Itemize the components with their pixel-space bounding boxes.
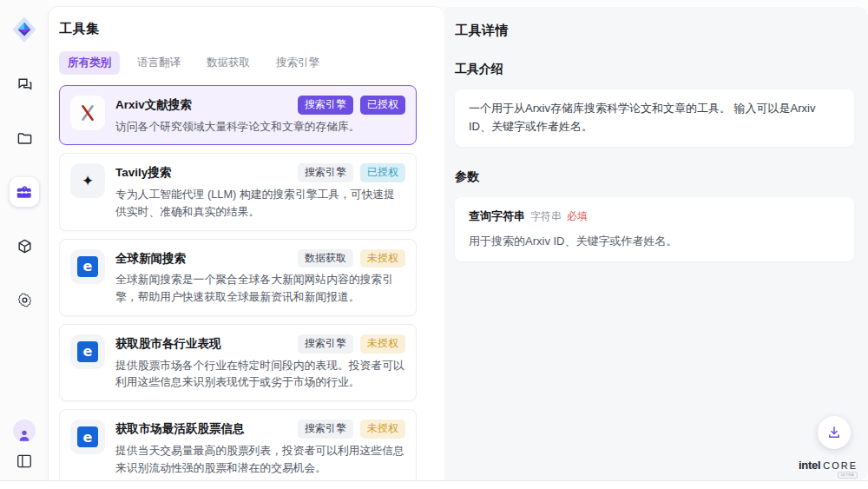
toolset-title: 工具集 — [59, 21, 444, 37]
tool-description: 全球新闻搜索是一个聚合全球各大新闻网站内容的搜索引擎，帮助用户快速获取全球最新资… — [115, 271, 405, 306]
stock-app-icon: e — [77, 341, 98, 362]
tool-list: Arxiv文献搜索 搜索引擎 已授权 访问各个研究领域大量科学论文和文章的存储库… — [59, 85, 417, 480]
tool-icon-box — [70, 96, 105, 130]
gear-icon — [16, 292, 33, 308]
auth-badge: 未授权 — [360, 249, 405, 268]
tool-details-panel: 工具详情 工具介绍 一个用于从Arxiv存储库搜索科学论文和文章的工具。 输入可… — [444, 7, 868, 480]
tab-language-translation[interactable]: 语言翻译 — [128, 51, 189, 75]
sidebar-item-models[interactable] — [10, 231, 39, 261]
toolset-panel: 工具集 所有类别 语言翻译 数据获取 搜索引擎 Arxiv文献搜索 — [49, 7, 444, 480]
download-icon — [826, 425, 842, 440]
app-logo-icon — [7, 10, 42, 49]
tool-name: 获取市场最活跃股票信息 — [115, 420, 245, 437]
tool-description: 提供股票市场各个行业在特定时间段内的表现。投资者可以利用这些信息来识别表现优于或… — [115, 357, 405, 392]
category-badge: 搜索引擎 — [298, 334, 353, 354]
param-required-badge: 必填 — [567, 210, 588, 222]
param-name: 查询字符串 — [469, 209, 525, 222]
category-tabs: 所有类别 语言翻译 数据获取 搜索引擎 — [59, 51, 444, 75]
toolbox-icon — [16, 184, 33, 201]
sparkle-icon: ✦ — [82, 174, 94, 188]
tool-description: 访问各个研究领域大量科学论文和文章的存储库。 — [115, 118, 405, 135]
auth-badge: 已授权 — [360, 96, 405, 115]
bottom-divider — [0, 480, 868, 489]
stock-app-icon: e — [77, 426, 98, 447]
sidebar-bottom — [13, 420, 36, 468]
params-heading: 参数 — [455, 169, 854, 185]
intel-core-logo: intel core ultra — [799, 459, 858, 472]
sidebar-item-chat[interactable] — [10, 69, 39, 99]
folder-icon — [16, 130, 33, 147]
intro-heading: 工具介绍 — [455, 62, 854, 77]
tool-description: 专为人工智能代理 (LLM) 构建的搜索引擎工具，可快速提供实时、准确和真实的结… — [115, 186, 405, 221]
param-type: 字符串 — [530, 210, 562, 222]
chat-icon — [16, 76, 33, 93]
category-badge: 搜索引擎 — [298, 163, 353, 182]
tab-search-engine[interactable]: 搜索引擎 — [267, 51, 328, 75]
user-avatar[interactable] — [13, 420, 36, 442]
person-icon — [17, 428, 31, 442]
sidebar — [0, 0, 49, 480]
sidebar-nav — [10, 69, 39, 314]
sidebar-item-files[interactable] — [10, 123, 39, 153]
tool-icon-box: ✦ — [70, 163, 105, 198]
news-search-app-icon: e — [77, 256, 98, 277]
param-description: 用于搜索的Arxiv ID、关键字或作者姓名。 — [469, 233, 840, 251]
details-title: 工具详情 — [455, 23, 854, 39]
tab-data-acquisition[interactable]: 数据获取 — [198, 51, 259, 75]
arxiv-x-icon — [78, 103, 97, 122]
sidebar-item-toolbox[interactable] — [10, 177, 39, 207]
auth-badge: 未授权 — [360, 420, 405, 439]
tool-name: 获取股市各行业表现 — [115, 334, 221, 352]
tool-card-sector-performance[interactable]: e 获取股市各行业表现 搜索引擎 未授权 提供股票市场各个行业在特定时间段内的表… — [59, 324, 417, 401]
intro-box: 一个用于从Arxiv存储库搜索科学论文和文章的工具。 输入可以是Arxiv ID… — [455, 89, 854, 147]
tool-icon-box: e — [70, 249, 105, 284]
tool-description: 提供当天交易量最高的股票列表，投资者可以利用这些信息来识别流动性强的股票和潜在的… — [115, 442, 405, 477]
sidebar-item-settings[interactable] — [10, 285, 39, 314]
tool-icon-box: e — [70, 334, 105, 369]
category-badge: 搜索引擎 — [298, 96, 353, 115]
tool-name: Arxiv文献搜索 — [115, 96, 192, 113]
intel-wordmark: intel — [799, 459, 820, 472]
param-box: 查询字符串字符串必填 用于搜索的Arxiv ID、关键字或作者姓名。 — [455, 197, 854, 262]
cube-icon — [16, 238, 33, 254]
tool-card-tavily[interactable]: ✦ Tavily搜索 搜索引擎 已授权 专为人工智能代理 (LLM) 构建的搜索… — [59, 153, 417, 230]
tool-name: 全球新闻搜索 — [115, 249, 186, 267]
auth-badge: 已授权 — [360, 163, 405, 182]
auth-badge: 未授权 — [360, 334, 405, 354]
ultra-badge: ultra — [838, 472, 858, 479]
download-button[interactable] — [818, 416, 851, 449]
core-wordmark: core ultra — [823, 460, 858, 471]
panel-toggle-icon[interactable] — [16, 454, 32, 468]
tab-all-categories[interactable]: 所有类别 — [59, 51, 120, 75]
param-header: 查询字符串字符串必填 — [469, 208, 840, 226]
tool-card-most-active-stocks[interactable]: e 获取市场最活跃股票信息 搜索引擎 未授权 提供当天交易量最高的股票列表，投资… — [59, 409, 417, 480]
tool-card-global-news[interactable]: e 全球新闻搜索 数据获取 未授权 全球新闻搜索是一个聚合全球各大新闻网站内容的… — [59, 239, 417, 316]
tool-icon-box: e — [70, 420, 105, 454]
tool-card-arxiv[interactable]: Arxiv文献搜索 搜索引擎 已授权 访问各个研究领域大量科学论文和文章的存储库… — [59, 85, 417, 145]
tool-name: Tavily搜索 — [115, 163, 171, 181]
intro-text: 一个用于从Arxiv存储库搜索科学论文和文章的工具。 输入可以是Arxiv ID… — [469, 102, 815, 133]
category-badge: 搜索引擎 — [298, 420, 353, 439]
category-badge: 数据获取 — [298, 249, 353, 268]
